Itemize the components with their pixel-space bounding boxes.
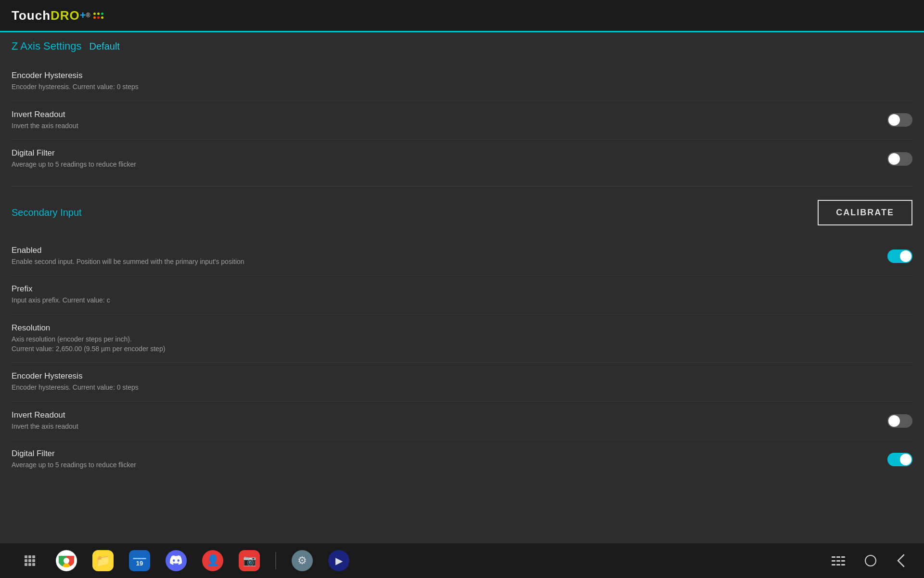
logo-dot-6 [101, 16, 103, 19]
calibrate-button[interactable]: CALIBRATE [818, 200, 912, 225]
camera-app-icon[interactable]: 📷 [239, 550, 260, 571]
setting-item-invert-readout-top: Invert Readout Invert the axis readout [12, 101, 912, 140]
svg-rect-1 [28, 555, 31, 558]
toggle-knob-enabled [900, 250, 911, 262]
svg-rect-6 [25, 563, 27, 566]
setting-item-invert-readout-bottom: Invert Readout Invert the axis readout [12, 402, 912, 441]
setting-info-digital-filter-bottom: Digital Filter Average up to 5 readings … [12, 449, 136, 470]
svg-rect-3 [25, 559, 27, 562]
contacts-app-icon[interactable]: 👤 [202, 550, 223, 571]
setting-info-digital-filter-top: Digital Filter Average up to 5 readings … [12, 148, 136, 170]
svg-rect-16 [836, 560, 840, 562]
svg-rect-0 [25, 555, 27, 558]
logo-touch: Touch [12, 8, 51, 23]
svg-rect-4 [28, 559, 31, 562]
svg-rect-7 [28, 563, 31, 566]
section-divider [12, 186, 912, 186]
svg-rect-13 [836, 556, 840, 558]
setting-title-digital-filter-top: Digital Filter [12, 148, 136, 158]
logo-dot-2 [97, 13, 100, 15]
toggle-knob-invert-readout-bottom [888, 415, 900, 427]
setting-title-prefix: Prefix [12, 284, 110, 294]
logo-dot-4 [93, 16, 96, 19]
setting-item-encoder-hysteresis-top: Encoder Hysteresis Encoder hysteresis. C… [12, 62, 912, 101]
calendar-app-icon[interactable]: ▬▬▬ 19 [129, 550, 150, 571]
play-store-icon[interactable]: ▶ [328, 550, 349, 571]
setting-title-digital-filter-bottom: Digital Filter [12, 449, 136, 459]
logo-reg: ® [86, 12, 90, 19]
svg-rect-20 [841, 564, 845, 565]
setting-title-enabled: Enabled [12, 246, 244, 255]
setting-info-prefix: Prefix Input axis prefix. Current value:… [12, 284, 110, 305]
main-content: Encoder Hysteresis Encoder hysteresis. C… [0, 58, 924, 543]
svg-rect-15 [832, 560, 835, 562]
logo-dot-5 [97, 16, 100, 19]
svg-point-21 [865, 555, 876, 566]
setting-item-digital-filter-bottom: Digital Filter Average up to 5 readings … [12, 440, 912, 479]
nav-back-icon [896, 554, 905, 567]
setting-item-prefix: Prefix Input axis prefix. Current value:… [12, 276, 912, 315]
setting-desc-digital-filter-top: Average up to 5 readings to reduce flick… [12, 160, 136, 170]
svg-rect-14 [841, 556, 845, 558]
svg-rect-18 [832, 564, 835, 565]
svg-point-11 [64, 558, 69, 564]
setting-desc-encoder-hysteresis-top: Encoder hysteresis. Current value: 0 ste… [12, 82, 139, 92]
bottom-nav-buttons [832, 554, 905, 567]
chat-app-icon[interactable] [166, 550, 187, 571]
setting-item-encoder-hysteresis-bottom: Encoder Hysteresis Encoder hysteresis. C… [12, 363, 912, 402]
nav-back-button[interactable] [896, 554, 905, 567]
setting-info-resolution: Resolution Axis resolution (encoder step… [12, 323, 165, 354]
svg-rect-2 [32, 555, 35, 558]
nav-home-icon [864, 554, 877, 567]
setting-info-invert-readout-top: Invert Readout Invert the axis readout [12, 110, 78, 131]
bottom-nav-bar: 📁 ▬▬▬ 19 👤 📷 ⚙ ▶ [0, 543, 924, 578]
page-title: Z Axis Settings [12, 40, 82, 53]
launcher-icon[interactable] [19, 550, 40, 571]
nav-home-button[interactable] [864, 554, 877, 567]
svg-rect-17 [841, 560, 845, 562]
nav-menu-button[interactable] [832, 555, 845, 566]
toggle-invert-readout-bottom[interactable] [887, 414, 912, 428]
secondary-input-settings-section: Enabled Enable second input. Position wi… [12, 233, 912, 483]
setting-info-invert-readout-bottom: Invert Readout Invert the axis readout [12, 410, 78, 432]
toggle-invert-readout-top[interactable] [887, 113, 912, 127]
breadcrumb: Z Axis Settings Default [0, 32, 924, 58]
grid-icon [24, 554, 36, 567]
setting-title-invert-readout-top: Invert Readout [12, 110, 78, 119]
setting-desc-invert-readout-top: Invert the axis readout [12, 121, 78, 131]
secondary-input-header: Secondary Input CALIBRATE [12, 190, 912, 233]
discord-icon [170, 555, 182, 566]
setting-title-resolution: Resolution [12, 323, 165, 333]
logo-dot-1 [93, 13, 96, 15]
toggle-enabled[interactable] [887, 250, 912, 263]
bottom-app-tray: 📁 ▬▬▬ 19 👤 📷 ⚙ ▶ [19, 550, 349, 571]
setting-desc-digital-filter-bottom: Average up to 5 readings to reduce flick… [12, 460, 136, 470]
svg-rect-8 [32, 563, 35, 566]
files-app-icon[interactable]: 📁 [92, 550, 114, 571]
toggle-knob-digital-filter-top [888, 153, 900, 165]
logo: TouchDRO+® [12, 8, 103, 23]
logo-dots [93, 13, 103, 19]
setting-desc-encoder-hysteresis-bottom: Encoder hysteresis. Current value: 0 ste… [12, 383, 139, 393]
setting-title-invert-readout-bottom: Invert Readout [12, 410, 78, 420]
toggle-digital-filter-bottom[interactable] [887, 453, 912, 466]
settings-app-icon[interactable]: ⚙ [292, 550, 313, 571]
setting-desc-invert-readout-bottom: Invert the axis readout [12, 422, 78, 432]
setting-title-encoder-hysteresis-bottom: Encoder Hysteresis [12, 371, 139, 381]
nav-menu-icon [832, 555, 845, 566]
setting-item-resolution: Resolution Axis resolution (encoder step… [12, 315, 912, 363]
top-settings-section: Encoder Hysteresis Encoder hysteresis. C… [12, 58, 912, 182]
setting-item-enabled: Enabled Enable second input. Position wi… [12, 237, 912, 276]
setting-desc-enabled: Enable second input. Position will be su… [12, 257, 244, 267]
toggle-digital-filter-top[interactable] [887, 152, 912, 166]
breadcrumb-default: Default [90, 41, 120, 52]
setting-info-enabled: Enabled Enable second input. Position wi… [12, 246, 244, 267]
svg-rect-5 [32, 559, 35, 562]
setting-desc-resolution: Axis resolution (encoder steps per inch)… [12, 335, 165, 354]
chrome-app-icon[interactable] [56, 550, 77, 571]
app-header: TouchDRO+® [0, 0, 924, 31]
chrome-icon [59, 553, 74, 568]
app-tray-separator [275, 552, 276, 569]
secondary-input-title: Secondary Input [12, 207, 82, 218]
svg-rect-19 [836, 564, 840, 565]
